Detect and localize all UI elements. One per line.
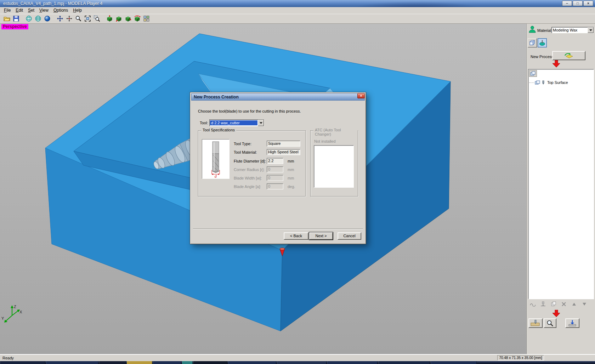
close-button[interactable]: × xyxy=(583,1,593,6)
cube-front-icon xyxy=(115,15,122,22)
taskbar-button[interactable] xyxy=(327,361,378,364)
spec-row-tool-type: Tool Type: Square xyxy=(198,141,305,148)
menu-options[interactable]: Options xyxy=(51,7,70,13)
surface-icon xyxy=(535,80,540,85)
taskbar-button[interactable] xyxy=(0,361,45,364)
copy-process-button[interactable] xyxy=(549,301,558,308)
cube-side-icon xyxy=(125,15,131,22)
axis-triad: Z X Y xyxy=(1,305,22,323)
taskbar-button[interactable] xyxy=(431,361,477,364)
spec-row-blade-angle: Blade Angle [a]: 0 deg. xyxy=(198,183,305,190)
pan-arrows-icon xyxy=(57,15,63,22)
tree-connector xyxy=(529,83,534,83)
back-button[interactable]: < Back xyxy=(284,232,308,240)
dialog-title: New Process Creation xyxy=(192,95,239,99)
material-combobox[interactable]: Modeling Wax xyxy=(551,27,594,33)
taskbar-button[interactable] xyxy=(182,361,193,364)
taskbar-button[interactable] xyxy=(277,361,327,364)
maximize-button[interactable]: □ xyxy=(573,1,583,6)
tool-combobox-value: d 2.2 wax_cutter xyxy=(210,120,257,125)
view-front-button[interactable] xyxy=(115,15,123,23)
up-arrow-icon xyxy=(572,302,576,306)
taskbar-button[interactable] xyxy=(228,361,276,364)
tool-combobox[interactable]: d 2.2 wax_cutter xyxy=(209,119,264,126)
cutting-preview-button[interactable] xyxy=(528,318,543,328)
process-list-icon xyxy=(530,71,536,76)
model-view-toggle-button[interactable] xyxy=(528,38,537,47)
preview-button[interactable] xyxy=(544,318,556,328)
shaded-view-button[interactable] xyxy=(43,15,51,23)
process-edit-toolbar xyxy=(527,301,595,308)
process-list-tab[interactable] xyxy=(529,70,537,77)
toolpath-icon xyxy=(530,302,536,307)
blade-width-unit: mm xyxy=(288,176,294,180)
spec-row-flute-diameter: Flute Diameter [d]: 2.2 mm xyxy=(198,158,305,165)
axis-y-label: Y xyxy=(1,316,4,320)
title-bar[interactable]: estudos_CAIXA_V4_path_1.mpj - MODELA Pla… xyxy=(0,0,595,7)
flute-diameter-field[interactable]: 2.2 xyxy=(267,158,283,164)
output-icon xyxy=(568,320,577,327)
wireframe-view-button[interactable] xyxy=(25,15,33,23)
wire-globe-icon xyxy=(26,15,32,22)
menu-file[interactable]: File xyxy=(1,7,13,13)
view-side-button[interactable] xyxy=(124,15,132,23)
dialog-title-bar[interactable]: New Process Creation xyxy=(191,93,365,101)
menu-help[interactable]: Help xyxy=(70,7,84,13)
fit-to-screen-button[interactable] xyxy=(84,15,92,23)
copy-icon xyxy=(551,301,556,307)
next-button[interactable]: Next > xyxy=(309,232,333,240)
delete-process-button[interactable] xyxy=(559,301,568,308)
mesh-globe-icon xyxy=(35,15,41,22)
magnifier-icon xyxy=(75,15,82,22)
zoom-button[interactable] xyxy=(74,15,83,23)
new-process-dialog: New Process Creation × Choose the tool(b… xyxy=(190,92,366,244)
taskbar-button[interactable] xyxy=(127,361,152,364)
process-view-toggle-button[interactable] xyxy=(538,38,547,47)
spec-row-corner-radius: Corner Radius [r]: 0 mm xyxy=(198,166,305,174)
move-object-button[interactable] xyxy=(65,15,73,23)
save-button[interactable] xyxy=(12,15,20,23)
menu-edit[interactable]: Edit xyxy=(13,7,26,13)
material-combobox-value: Modeling Wax xyxy=(552,28,588,33)
corner-radius-unit: mm xyxy=(288,167,294,172)
menu-view[interactable]: View xyxy=(37,7,51,13)
menu-set[interactable]: Set xyxy=(26,7,37,13)
cancel-button[interactable]: Cancel xyxy=(338,232,361,240)
move-up-button[interactable] xyxy=(570,301,579,308)
toolpath-button[interactable] xyxy=(528,301,538,308)
taskbar-button[interactable] xyxy=(378,361,430,364)
blade-width-field: 0 xyxy=(267,175,283,181)
move-down-button[interactable] xyxy=(580,301,589,308)
tool-combobox-arrow[interactable] xyxy=(258,120,264,126)
taskbar-button[interactable] xyxy=(99,361,126,364)
atc-group-title: ATC (Auto Tool Changer) xyxy=(313,128,358,136)
open-file-button[interactable] xyxy=(3,15,11,23)
material-combobox-arrow[interactable] xyxy=(588,27,594,33)
taskbar-button[interactable] xyxy=(46,361,98,364)
dialog-separator xyxy=(193,228,363,229)
floppy-icon xyxy=(13,15,19,22)
pan-button[interactable] xyxy=(56,15,64,23)
start-cutting-button[interactable] xyxy=(565,318,579,328)
edit-process-button[interactable] xyxy=(539,301,548,308)
window-title: estudos_CAIXA_V4_path_1.mpj - MODELA Pla… xyxy=(0,1,102,6)
multi-view-button[interactable] xyxy=(142,15,151,23)
taskbar-button[interactable] xyxy=(153,361,181,364)
tool-specifications-group: Tool Specifications d Tool Type: Square … xyxy=(198,130,306,197)
atc-listbox[interactable] xyxy=(314,145,354,188)
rotate-view-button[interactable] xyxy=(133,15,141,23)
view-top-button[interactable] xyxy=(106,15,114,23)
zoom-box-button[interactable] xyxy=(93,15,101,23)
desktop: { "window": { "title": "estudos_CAIXA_V4… xyxy=(0,0,595,364)
process-tree-panel[interactable]: Top Surface xyxy=(528,69,594,299)
taskbar xyxy=(0,361,595,364)
dialog-close-button[interactable]: × xyxy=(357,93,365,98)
hidden-line-view-button[interactable] xyxy=(34,15,42,23)
new-process-button[interactable] xyxy=(552,51,585,60)
tree-item-top-surface[interactable]: Top Surface xyxy=(529,79,593,86)
taskbar-button[interactable] xyxy=(193,361,227,364)
blade-width-label: Blade Width [w]: xyxy=(234,176,262,180)
fit-frame-icon xyxy=(84,15,91,22)
user-icon xyxy=(528,25,537,34)
minimize-button[interactable]: – xyxy=(562,1,572,6)
